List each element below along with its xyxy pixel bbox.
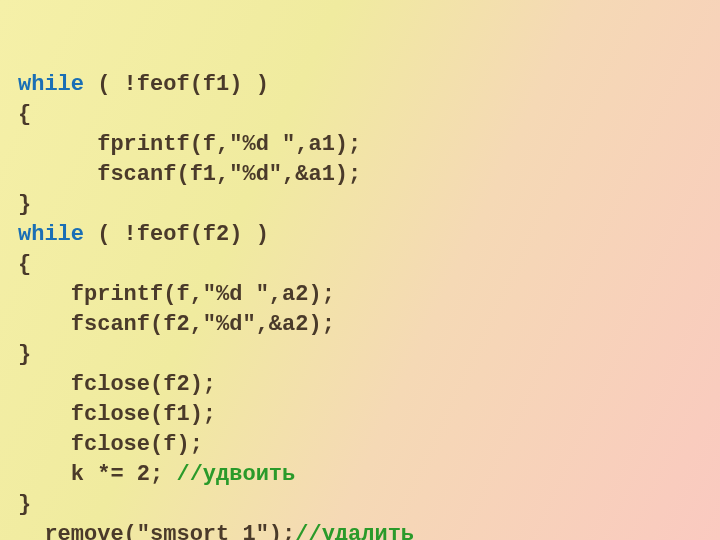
comment: //удалить xyxy=(295,522,414,540)
code-line: fclose(f1); xyxy=(18,400,702,430)
keyword-while: while xyxy=(18,72,84,97)
code-line: k *= 2; //удвоить xyxy=(18,460,702,490)
code-line: fprintf(f,"%d ",a2); xyxy=(18,280,702,310)
code-line: } xyxy=(18,340,702,370)
code-line: while ( !feof(f1) ) xyxy=(18,70,702,100)
code-block: while ( !feof(f1) ){ fprintf(f,"%d ",a1)… xyxy=(18,70,702,540)
code-line: fclose(f2); xyxy=(18,370,702,400)
code-text: k *= 2; xyxy=(18,462,163,487)
comment: //удвоить xyxy=(163,462,295,487)
code-line: fclose(f); xyxy=(18,430,702,460)
keyword-while: while xyxy=(18,222,84,247)
code-line: { xyxy=(18,250,702,280)
code-line: fprintf(f,"%d ",a1); xyxy=(18,130,702,160)
code-text: ( !feof(f1) ) xyxy=(84,72,269,97)
code-line: fscanf(f1,"%d",&a1); xyxy=(18,160,702,190)
code-line: { xyxy=(18,100,702,130)
code-text: remove("smsort_1"); xyxy=(18,522,295,540)
code-line: remove("smsort_1");//удалить xyxy=(18,520,702,540)
code-line: fscanf(f2,"%d",&a2); xyxy=(18,310,702,340)
code-text: ( !feof(f2) ) xyxy=(84,222,269,247)
code-line: while ( !feof(f2) ) xyxy=(18,220,702,250)
code-line: } xyxy=(18,490,702,520)
code-line: } xyxy=(18,190,702,220)
